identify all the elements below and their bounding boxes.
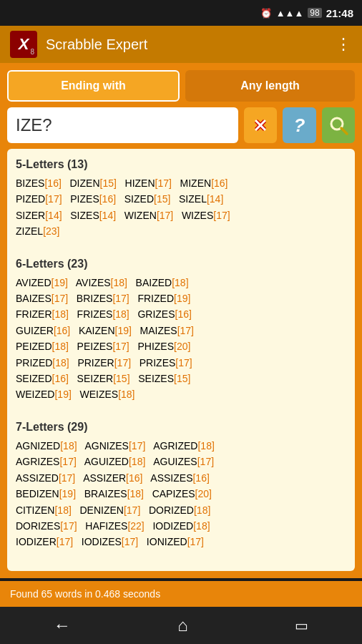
word-line: ZIZEL[23]	[16, 223, 346, 239]
recent-apps-button[interactable]: ▭	[295, 617, 308, 634]
results-status-text: Found 65 words in 0.468 seconds	[10, 588, 160, 600]
tab-row: Ending with Any length	[7, 70, 355, 102]
clear-icon	[250, 115, 270, 135]
word-line: BEDIZEN[19] BRAIZES[18] CAPIZES[20]	[16, 486, 346, 502]
app-icon: X 8	[10, 31, 37, 58]
word-line: BIZES[16] DIZEN[15] HIZEN[17] MIZEN[16]	[16, 175, 346, 191]
alarm-icon: ⏰	[260, 8, 272, 19]
section-header-5: 5-Letters (13)	[16, 156, 346, 174]
word-line: IODIZER[17] IODIZES[17] IONIZED[17]	[16, 534, 346, 550]
word-line: AVIZED[19] AVIZES[18] BAIZED[18]	[16, 275, 346, 291]
app-icon-letter: X	[19, 35, 29, 54]
title-bar: X 8 Scrabble Expert ⋮	[0, 26, 362, 63]
menu-button[interactable]: ⋮	[336, 35, 352, 54]
nav-bar: ← ⌂ ▭	[0, 607, 362, 644]
help-icon: ?	[294, 114, 305, 137]
home-button[interactable]: ⌂	[177, 615, 188, 635]
word-line: AGRIZES[17] AGUIZED[18] AGUIZES[17]	[16, 454, 346, 469]
search-button[interactable]	[322, 107, 355, 143]
back-button[interactable]: ←	[54, 615, 71, 635]
word-line: SIZER[14] SIZES[14] WIZEN[17] WIZES[17]	[16, 208, 346, 223]
word-line: GUIZER[16] KAIZEN[19] MAIZES[17]	[16, 323, 346, 338]
status-bar: ⏰ ▲▲▲ 98 21:48	[0, 0, 362, 26]
signal-icon: ▲▲▲	[276, 8, 304, 19]
app-title: Scrabble Expert	[46, 36, 336, 53]
search-input[interactable]	[7, 107, 238, 143]
clear-button[interactable]	[244, 107, 277, 143]
tab-ending-with[interactable]: Ending with	[7, 70, 180, 102]
app-icon-sub: 8	[30, 48, 34, 56]
main-content: Ending with Any length ? 5-Letters (13)	[0, 63, 362, 578]
svg-line-4	[341, 128, 347, 134]
word-line: DORIZES[17] HAFIZES[22] IODIZED[18]	[16, 518, 346, 534]
section-5-letters: 5-Letters (13) BIZES[16] DIZEN[15] HIZEN…	[16, 156, 346, 239]
word-line: BAIZES[17] BRIZES[17] FRIZED[19]	[16, 291, 346, 306]
section-header-6: 6-Letters (23)	[16, 255, 346, 273]
word-line: PIZED[17] PIZES[16] SIZED[15] SIZEL[14]	[16, 191, 346, 207]
word-line: ASSIZED[17] ASSIZER[16] ASSIZES[16]	[16, 470, 346, 486]
battery-level: 98	[308, 8, 321, 18]
status-time: 21:48	[326, 7, 353, 19]
search-row: ?	[7, 107, 355, 143]
section-header-7: 7-Letters (29)	[16, 419, 346, 436]
search-icon	[328, 114, 349, 136]
word-line: FRIZER[18] FRIZES[18] GRIZES[16]	[16, 306, 346, 322]
help-button[interactable]: ?	[283, 107, 315, 143]
word-line: CITIZEN[18] DENIZEN[17] DORIZED[18]	[16, 502, 346, 518]
word-line: PEIZED[18] PEIZES[17] PHIZES[20]	[16, 338, 346, 354]
results-area[interactable]: 5-Letters (13) BIZES[16] DIZEN[15] HIZEN…	[7, 149, 355, 571]
word-line: WEIZED[19] WEIZES[18]	[16, 386, 346, 402]
section-6-letters: 6-Letters (23) AVIZED[19] AVIZES[18] BAI…	[16, 255, 346, 403]
word-line: SEIZED[16] SEIZER[15] SEIZES[15]	[16, 371, 346, 386]
section-7-letters: 7-Letters (29) AGNIZED[18] AGNIZES[17] A…	[16, 419, 346, 550]
word-line: AGNIZED[18] AGNIZES[17] AGRIZED[18]	[16, 438, 346, 454]
tab-any-length[interactable]: Any length	[185, 70, 355, 102]
word-line: PRIZED[18] PRIZER[17] PRIZES[17]	[16, 355, 346, 371]
bottom-status-bar: Found 65 words in 0.468 seconds	[0, 581, 362, 607]
